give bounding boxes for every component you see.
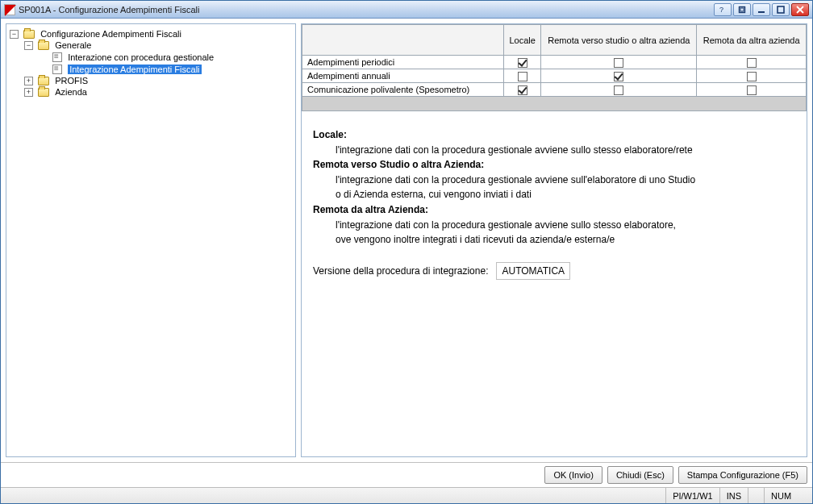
checkbox[interactable]	[747, 85, 757, 95]
desc-remota-altra-text: ove vengono inoltre integrati i dati ric…	[313, 232, 787, 248]
table-row: Adempimenti annuali	[302, 69, 807, 83]
tree-spacer	[39, 63, 48, 72]
grid-footer-bar	[302, 97, 807, 111]
svg-rect-3	[758, 11, 765, 13]
button-row: OK (Invio) Chiudi (Esc) Stampa Configura…	[1, 462, 812, 487]
status-spacer	[1, 488, 665, 503]
version-row: Versione della procedura di integrazione…	[313, 262, 787, 281]
status-ins: INS	[719, 488, 748, 503]
checkbox[interactable]	[518, 58, 527, 68]
folder-icon	[38, 88, 49, 97]
svg-rect-2	[740, 8, 744, 11]
checkbox[interactable]	[518, 72, 527, 81]
app-icon	[4, 4, 15, 15]
version-value: AUTOMATICA	[496, 262, 570, 281]
desc-remota-altra-label: Remota da altra Azienda:	[313, 202, 787, 218]
checkbox[interactable]	[747, 58, 757, 68]
tree-item-interazione[interactable]: Interazione con procedura gestionale	[68, 52, 214, 62]
expand-toggle[interactable]: −	[24, 41, 33, 50]
row-label: Adempimenti periodici	[302, 56, 504, 69]
checkbox[interactable]	[614, 58, 623, 68]
body: − Configurazione Adempimenti Fiscali − G…	[1, 19, 812, 462]
checkbox[interactable]	[614, 85, 623, 95]
desc-remota-studio-text: o di Azienda esterna, cui vengono inviat…	[313, 187, 787, 202]
help-button[interactable]: ?	[714, 3, 732, 16]
row-label: Comunicazione polivalente (Spesometro)	[302, 83, 504, 97]
desc-locale-label: Locale:	[313, 127, 787, 143]
app-window: SP001A - Configurazione Adempimenti Fisc…	[0, 0, 813, 504]
expand-toggle[interactable]: +	[24, 88, 33, 97]
expand-toggle[interactable]: +	[24, 77, 33, 85]
tree-spacer	[39, 51, 48, 60]
svg-rect-4	[778, 6, 784, 13]
tree-profis[interactable]: PROFIS	[55, 76, 88, 85]
window-title: SP001A - Configurazione Adempimenti Fisc…	[19, 5, 714, 15]
window-buttons: ?	[714, 3, 809, 16]
checkbox[interactable]	[518, 85, 527, 95]
description-block: Locale: l'integrazione dati con la proce…	[302, 111, 807, 286]
row-label: Adempimenti annuali	[302, 69, 504, 83]
checkbox[interactable]	[747, 72, 757, 81]
titlebar: SP001A - Configurazione Adempimenti Fisc…	[1, 1, 812, 19]
ok-button[interactable]: OK (Invio)	[544, 466, 602, 484]
col-locale: Locale	[504, 25, 541, 56]
page-icon	[52, 65, 62, 74]
desc-remota-altra-text: l'integrazione dati con la procedura ges…	[313, 218, 787, 233]
statusbar: PI/W1/W1 INS NUM	[1, 487, 812, 503]
grid-corner	[302, 25, 504, 56]
tree-item-integrazione[interactable]: Integrazione Adempimenti Fiscali	[68, 65, 201, 74]
settings-grid: Locale Remota verso studio o altra azien…	[302, 24, 807, 97]
table-row: Comunicazione polivalente (Spesometro)	[302, 83, 807, 97]
restore-small-button[interactable]	[733, 3, 751, 16]
expand-toggle[interactable]: −	[10, 30, 19, 39]
status-path: PI/W1/W1	[665, 488, 719, 503]
maximize-button[interactable]	[772, 3, 790, 16]
desc-locale-text: l'integrazione dati con la procedura ges…	[313, 143, 787, 158]
minimize-button[interactable]	[753, 3, 770, 16]
folder-icon	[38, 77, 49, 85]
version-label: Versione della procedura di integrazione…	[313, 264, 488, 279]
checkbox[interactable]	[614, 72, 623, 81]
svg-text:?: ?	[719, 6, 723, 14]
status-empty	[748, 488, 764, 503]
folder-icon	[23, 30, 35, 39]
col-remota-altra: Remota da altra azienda	[697, 25, 807, 56]
close-button[interactable]	[791, 3, 809, 16]
content-pane: Locale Remota verso studio o altra azien…	[301, 23, 807, 457]
print-config-button[interactable]: Stampa Configurazione (F5)	[678, 466, 807, 484]
status-num: NUM	[764, 488, 812, 503]
tree-generale[interactable]: Generale	[55, 40, 91, 50]
page-icon	[52, 52, 62, 62]
tree-azienda[interactable]: Azienda	[55, 88, 87, 98]
tree-pane[interactable]: − Configurazione Adempimenti Fiscali − G…	[6, 23, 296, 457]
table-row: Adempimenti periodici	[302, 56, 807, 69]
close-dialog-button[interactable]: Chiudi (Esc)	[607, 466, 673, 484]
col-remota-studio: Remota verso studio o altra azienda	[541, 25, 697, 56]
tree-root[interactable]: Configurazione Adempimenti Fiscali	[40, 29, 181, 39]
folder-icon	[38, 41, 49, 50]
desc-remota-studio-label: Remota verso Studio o altra Azienda:	[313, 157, 787, 173]
desc-remota-studio-text: l'integrazione dati con la procedura ges…	[313, 173, 787, 188]
